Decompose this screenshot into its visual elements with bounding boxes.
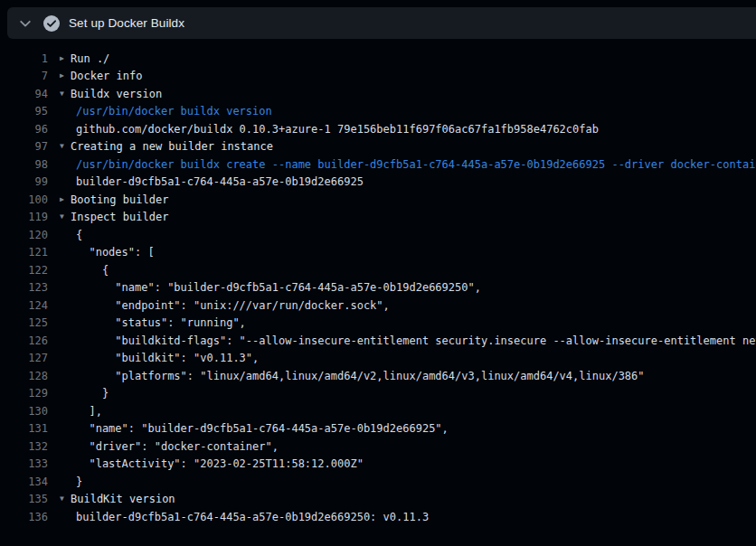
log-text: Buildx version <box>71 88 162 100</box>
line-number-link[interactable]: 125 <box>0 316 48 329</box>
log-line: 123 "name": "builder-d9cfb5a1-c764-445a-… <box>0 279 756 297</box>
log-line: 7▶Docker info <box>0 68 756 86</box>
log-line: 100▶Booting builder <box>0 191 756 209</box>
chevron-down-icon[interactable] <box>14 13 36 34</box>
line-number-link[interactable]: 94 <box>0 88 48 100</box>
log-group-header[interactable]: ▼BuildKit version <box>60 493 175 505</box>
actions-log-viewer: Set up Docker Buildx 1▶Run ./7▶Docker in… <box>0 0 756 546</box>
log-line: 132 "driver": "docker-container", <box>0 438 756 456</box>
log-group-header[interactable]: ▼Creating a new builder instance <box>60 140 273 153</box>
triangle-collapsed-icon[interactable]: ▶ <box>60 55 71 62</box>
log-group-header[interactable]: ▶Booting builder <box>60 193 168 206</box>
log-text-line: "driver": "docker-container", <box>76 440 279 453</box>
log-line: 99builder-d9cfb5a1-c764-445a-a57e-0b19d2… <box>0 174 756 192</box>
line-number-link[interactable]: 119 <box>0 211 48 223</box>
triangle-collapsed-icon[interactable]: ▶ <box>60 72 71 80</box>
log-text-line: builder-d9cfb5a1-c764-445a-a57e-0b19d2e6… <box>76 175 364 188</box>
triangle-expanded-icon[interactable]: ▼ <box>60 143 71 150</box>
log-line: 131 "name": "builder-d9cfb5a1-c764-445a-… <box>0 420 756 438</box>
log-text: builder-d9cfb5a1-c764-445a-a57e-0b19d2e6… <box>76 175 364 188</box>
log-text: "platforms": "linux/amd64,linux/amd64/v2… <box>76 370 645 382</box>
check-circle-icon <box>43 15 60 32</box>
log-text-line: { <box>76 229 82 241</box>
log-text: } <box>76 475 82 488</box>
line-number-link[interactable]: 121 <box>0 246 48 259</box>
triangle-expanded-icon[interactable]: ▼ <box>60 213 71 221</box>
log-line: 122 { <box>0 261 756 279</box>
log-line: 96github.com/docker/buildx 0.10.3+azure-… <box>0 120 756 138</box>
log-text: /usr/bin/docker buildx version <box>76 105 272 118</box>
log-text: "lastActivity": "2023-02-25T11:58:12.000… <box>76 457 364 470</box>
log-group-header[interactable]: ▼Inspect builder <box>60 211 168 223</box>
line-number-link[interactable]: 124 <box>0 299 48 312</box>
log-line: 119▼Inspect builder <box>0 209 756 227</box>
step-header[interactable]: Set up Docker Buildx <box>7 7 756 39</box>
log-text-line: ], <box>76 405 102 418</box>
log-line: 136builder-d9cfb5a1-c764-445a-a57e-0b19d… <box>0 508 756 526</box>
log-text: Creating a new builder instance <box>71 140 273 153</box>
line-number-link[interactable]: 126 <box>0 334 48 347</box>
line-number-link[interactable]: 123 <box>0 281 48 294</box>
triangle-collapsed-icon[interactable]: ▶ <box>60 196 71 203</box>
line-number-link[interactable]: 97 <box>0 140 48 153</box>
line-number-link[interactable]: 132 <box>0 440 48 453</box>
line-number-link[interactable]: 100 <box>0 193 48 206</box>
log-group-header[interactable]: ▶Run ./ <box>60 52 109 65</box>
line-number-link[interactable]: 98 <box>0 158 48 171</box>
log-text: "name": "builder-d9cfb5a1-c764-445a-a57e… <box>76 422 449 435</box>
log-text: Inspect builder <box>71 211 168 223</box>
log-text: { <box>76 264 109 277</box>
line-number-link[interactable]: 7 <box>0 70 48 82</box>
log-text-line: builder-d9cfb5a1-c764-445a-a57e-0b19d2e6… <box>76 511 429 523</box>
log-text: /usr/bin/docker buildx create --name bui… <box>76 158 756 171</box>
log-text-line: /usr/bin/docker buildx create --name bui… <box>76 158 756 171</box>
log-text-line: "lastActivity": "2023-02-25T11:58:12.000… <box>76 457 364 470</box>
log-line: 134} <box>0 473 756 491</box>
log-text: "driver": "docker-container", <box>76 440 279 453</box>
line-number-link[interactable]: 99 <box>0 175 48 188</box>
log-line: 125 "status": "running", <box>0 315 756 333</box>
line-number-link[interactable]: 127 <box>0 352 48 364</box>
log-text-line: "nodes": [ <box>76 246 155 259</box>
triangle-expanded-icon[interactable]: ▼ <box>60 90 71 98</box>
log-text: "status": "running", <box>76 316 246 329</box>
log-line: 135▼BuildKit version <box>0 491 756 509</box>
log-line: 124 "endpoint": "unix:///var/run/docker.… <box>0 297 756 315</box>
log-text: { <box>76 229 82 241</box>
line-number-link[interactable]: 122 <box>0 264 48 277</box>
log-text-line: "endpoint": "unix:///var/run/docker.sock… <box>76 299 390 312</box>
line-number-link[interactable]: 130 <box>0 405 48 418</box>
line-number-link[interactable]: 129 <box>0 387 48 400</box>
log-text: "buildkit": "v0.11.3", <box>76 352 259 364</box>
line-number-link[interactable]: 136 <box>0 511 48 523</box>
log-group-header[interactable]: ▶Docker info <box>60 70 142 82</box>
log-line: 121 "nodes": [ <box>0 244 756 262</box>
line-number-link[interactable]: 133 <box>0 457 48 470</box>
log-text-line: /usr/bin/docker buildx version <box>76 105 272 118</box>
line-number-link[interactable]: 120 <box>0 229 48 241</box>
log-line: 126 "buildkitd-flags": "--allow-insecure… <box>0 332 756 350</box>
line-number-link[interactable]: 96 <box>0 123 48 136</box>
log-line: 127 "buildkit": "v0.11.3", <box>0 350 756 368</box>
log-line: 128 "platforms": "linux/amd64,linux/amd6… <box>0 367 756 385</box>
log-text: "endpoint": "unix:///var/run/docker.sock… <box>76 299 390 312</box>
log-text: ], <box>76 405 102 418</box>
line-number-link[interactable]: 128 <box>0 370 48 382</box>
log-text: "buildkitd-flags": "--allow-insecure-ent… <box>76 334 756 347</box>
log-text-line: "name": "builder-d9cfb5a1-c764-445a-a57e… <box>76 422 449 435</box>
log-line: 95/usr/bin/docker buildx version <box>0 103 756 121</box>
log-group-header[interactable]: ▼Buildx version <box>60 88 162 100</box>
log-text-line: "buildkit": "v0.11.3", <box>76 352 259 364</box>
log-line: 129 } <box>0 385 756 403</box>
line-number-link[interactable]: 134 <box>0 475 48 488</box>
log-text-line: } <box>76 475 82 488</box>
line-number-link[interactable]: 131 <box>0 422 48 435</box>
line-number-link[interactable]: 95 <box>0 105 48 118</box>
triangle-expanded-icon[interactable]: ▼ <box>60 495 71 503</box>
line-number-link[interactable]: 135 <box>0 493 48 505</box>
log-text-line: "buildkitd-flags": "--allow-insecure-ent… <box>76 334 756 347</box>
log-line: 94▼Buildx version <box>0 85 756 103</box>
log-text: Booting builder <box>71 193 168 206</box>
line-number-link[interactable]: 1 <box>0 52 48 65</box>
log-text: github.com/docker/buildx 0.10.3+azure-1 … <box>76 123 599 136</box>
